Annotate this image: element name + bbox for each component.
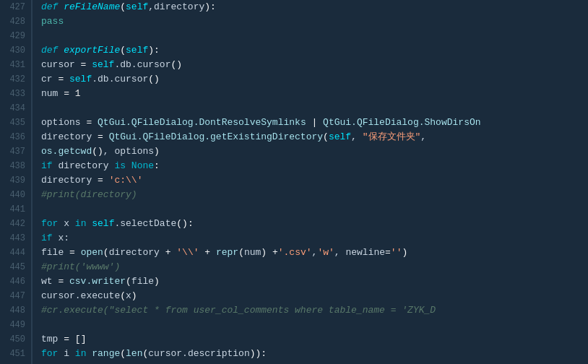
string-token: '\\' [176,246,199,260]
paren-token: )): [250,347,267,361]
line-number: 439 [6,173,25,188]
var-token: x: [58,231,69,246]
line-number: 434 [6,101,25,116]
paren-token: ( [142,347,148,361]
kw-self-token: self [92,217,114,231]
code-editor: 4274284294304314324334344354364374384394… [0,0,588,364]
line-number: 442 [6,217,25,231]
paren-token: [] [75,332,87,347]
var-token: cursor.description [148,347,249,361]
kw-in-token: in [75,347,92,361]
code-line: if directory is None: [41,159,588,173]
code-line: tmp = [] [41,332,588,347]
paren-token: (): [176,217,193,231]
kw-none-token: None [131,159,154,173]
operator-token: = [64,87,75,101]
operator-token: = [58,72,69,87]
var-token: wt [41,274,58,289]
line-number: 438 [6,159,25,173]
var-token: cursor.description [126,361,227,364]
line-number: 447 [6,289,25,303]
paren-token: ( [323,130,329,144]
kw-self-token: self [126,43,148,58]
var-token: i [64,347,75,361]
paren-token: ): [204,0,216,14]
var-token: cursor [41,58,81,72]
var-token: i [233,361,238,364]
var-token: directory [41,130,98,144]
var-token: file [131,274,154,289]
paren-token: () [170,58,182,72]
code-line: pass [41,14,588,29]
operator-token: = [98,130,109,144]
code-line: def reFileName(self,directory): [41,0,588,14]
var-token: , [351,130,363,144]
comment-token: #print(directory) [41,188,137,202]
code-line [41,29,588,43]
line-number: 450 [6,332,25,347]
line-number: 432 [6,72,25,87]
line-number: 444 [6,246,25,260]
paren-token: ): [148,43,160,58]
kw-self-token: self [126,0,148,14]
line-number: 440 [6,188,25,202]
class-name-token: QtGui.QFileDialog.getExistingDirectory [109,130,323,144]
line-number: 451 [6,347,25,361]
code-line: options = QtGui.QFileDialog.DontResolveS… [41,116,588,130]
kw-self-token: self [69,72,92,87]
kw-self-token: self [329,130,351,144]
var-token: options [41,116,86,130]
number-token: 1 [75,87,81,101]
line-number: 428 [6,14,25,29]
code-line: for x in self.selectDate(): [41,217,588,231]
code-line: cursor.execute(x) [41,289,588,303]
paren-token: ) [154,144,160,159]
string-token: "保存文件夹" [363,130,421,144]
string-token: '' [391,246,402,260]
paren-token: ( [120,347,126,361]
code-content[interactable]: def reFileName(self,directory):pass def … [33,0,588,364]
operator-token: = [58,274,69,289]
var-token: num [244,246,261,260]
var-token: tmp [41,332,64,347]
code-line: #print('wwww') [41,260,588,274]
fn-call-token: os.getcwd [41,144,92,159]
code-line: directory = 'c:\\' [41,173,588,188]
code-line: if x: [41,231,588,246]
var-token: cr [41,72,58,87]
line-number: 452 [6,361,25,364]
var-token: x [126,289,131,303]
var-token: file [41,246,69,260]
var-token: directory [109,246,165,260]
line-number: 433 [6,87,25,101]
paren-token: : [154,159,160,173]
line-number: 446 [6,274,25,289]
paren-token: ]) [256,361,267,364]
line-number: 437 [6,144,25,159]
line-number: 427 [6,0,25,14]
code-line: def exportFile(self): [41,43,588,58]
operator-token: = [98,173,109,188]
line-number: 441 [6,202,25,217]
paren-token: ( [120,0,126,14]
paren-token: ) [154,274,160,289]
kw-for-token: for [41,347,64,361]
kw-range-token: range [92,347,120,361]
var-token: , [312,246,318,260]
kw-if-token: if [41,159,58,173]
code-line: #cr.execute("select * from user_col_comm… [41,303,588,318]
kw-is-token: is [114,159,131,173]
kw-for-token: for [41,217,64,231]
line-number: 448 [6,303,25,318]
var-token: , newline [334,246,385,260]
kw-self-token: self [92,58,114,72]
paren-token: ) [402,246,407,260]
operator-token: = [385,246,391,260]
code-line: cursor = self.db.cursor() [41,58,588,72]
line-number: 431 [6,58,25,72]
fn-call-token: csv.writer [69,274,126,289]
code-line [41,318,588,332]
line-number: 430 [6,43,25,58]
line-number: 436 [6,130,25,144]
code-line: for i in range(len(cursor.description)): [41,347,588,361]
